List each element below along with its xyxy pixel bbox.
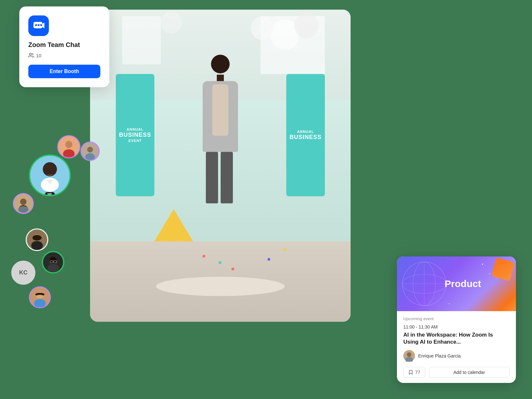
svg-point-6 [65,141,72,148]
enter-booth-button[interactable]: Enter Booth [28,65,100,78]
star1: ✦ [482,263,484,266]
avatar-man-glasses [42,251,64,274]
product-card: ✦ ✦ ✦ Product Upcoming event 11:00 - 11:… [397,256,516,383]
svg-point-24 [31,241,43,250]
zoom-chat-icon [28,15,49,36]
speaker-name: Enrique Plaza Garcia [418,353,461,358]
product-header-title: Product [445,278,481,289]
avatar-man-beard [13,193,34,214]
svg-point-2 [38,24,40,26]
yellow-triangle [154,209,193,241]
product-decoration [491,257,515,281]
product-card-body: Upcoming event 11:00 - 11:30 AM AI in th… [397,311,516,383]
svg-point-1 [35,24,37,26]
svg-point-19 [20,199,27,205]
booth-card: Zoom Team Chat 10 Enter Booth [19,6,109,87]
avatar-man-asian [29,286,51,308]
avatar-me: ME [29,154,71,196]
bookmark-button[interactable]: 77 [403,367,425,378]
avatar-woman-red [57,135,80,158]
balloon2 [294,13,318,39]
speaker-avatar [403,350,415,362]
attendee-count: 10 [36,53,41,58]
avatar-man-back [80,142,100,161]
kc-label: KC [19,269,28,276]
svg-point-40 [407,352,411,357]
svg-point-20 [18,206,29,213]
avatars-container: ME KC [10,135,100,322]
banner-left-text: ANNUAL BUSINESS EVENT [119,127,151,143]
avatar-kc: KC [11,261,35,285]
bookmark-count: 77 [415,370,420,375]
balloon4 [161,11,182,34]
avatar-woman-dark [26,228,48,251]
product-card-header: ✦ ✦ ✦ Product [397,256,516,311]
svg-point-4 [30,53,32,55]
svg-point-23 [32,235,41,241]
svg-point-13 [43,162,57,176]
add-to-calendar-button[interactable]: Add to calendar [429,367,509,378]
event-title: AI in the Workspace: How Zoom Is Using A… [403,331,509,346]
event-footer: 77 Add to calendar [403,367,509,378]
event-time: 11:00 - 11:30 AM [403,324,509,329]
confetti5 [231,267,234,270]
star2: ✦ [489,273,490,274]
svg-point-9 [87,147,93,153]
me-label: ME [45,192,55,196]
table-surface [156,277,285,296]
globe-decoration [400,260,452,311]
banner-right: ANNUAL BUSINESS [286,74,325,196]
conference-image: ANNUAL BUSINESS EVENT ANNUAL BUSINESS [90,10,351,322]
banner-left: ANNUAL BUSINESS EVENT [116,74,154,196]
booth-attendees: 10 [28,52,100,58]
star3: ✦ [448,302,450,305]
bookmark-icon [408,370,413,375]
booth-title: Zoom Team Chat [28,41,100,49]
speaker-figure [203,55,238,203]
balloon3 [251,16,273,40]
event-speaker-row: Enrique Plaza Garcia [403,350,509,362]
svg-point-3 [40,24,42,26]
window-left [122,16,161,64]
banner-right-text: ANNUAL BUSINESS [289,130,322,141]
upcoming-label: Upcoming event [403,316,509,321]
